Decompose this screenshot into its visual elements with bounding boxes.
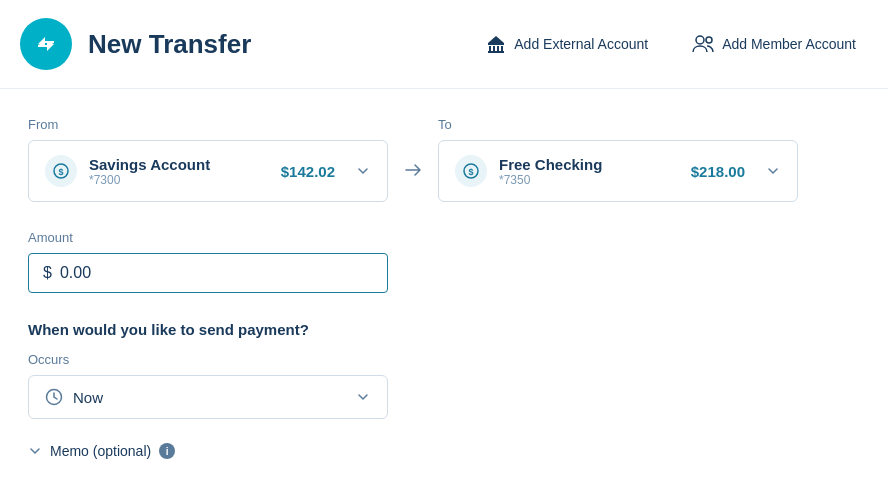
header-left: New Transfer (20, 18, 251, 70)
page-title: New Transfer (88, 29, 251, 60)
header-actions: Add External Account Add Member Account (478, 30, 864, 58)
memo-section[interactable]: Memo (optional) i (28, 443, 860, 459)
from-section: From $ Savings Account *7300 $142.02 (28, 117, 388, 202)
from-chevron-icon (355, 163, 371, 179)
to-chevron-icon (765, 163, 781, 179)
from-account-number: *7300 (89, 173, 269, 187)
to-account-number: *7350 (499, 173, 679, 187)
occurs-label: Occurs (28, 352, 860, 367)
to-account-balance: $218.00 (691, 163, 745, 180)
add-member-label: Add Member Account (722, 36, 856, 52)
from-account-info: Savings Account *7300 (89, 156, 269, 187)
svg-rect-4 (501, 46, 503, 51)
to-account-icon: $ (455, 155, 487, 187)
svg-point-8 (706, 37, 712, 43)
from-account-icon: $ (45, 155, 77, 187)
amount-input-wrap[interactable]: $ (28, 253, 388, 293)
from-account-name: Savings Account (89, 156, 269, 173)
add-external-account-button[interactable]: Add External Account (478, 30, 656, 58)
main-content: From $ Savings Account *7300 $142.02 (0, 89, 888, 487)
svg-rect-1 (489, 46, 491, 51)
memo-info-icon: i (159, 443, 175, 459)
page-header: New Transfer Add External Account Add Me (0, 0, 888, 89)
from-label: From (28, 117, 388, 132)
svg-text:$: $ (58, 167, 63, 177)
bank-icon (486, 34, 506, 54)
svg-rect-0 (488, 43, 504, 45)
svg-rect-5 (488, 51, 504, 53)
svg-text:$: $ (468, 167, 473, 177)
to-account-card[interactable]: $ Free Checking *7350 $218.00 (438, 140, 798, 202)
transfer-arrow (388, 138, 438, 182)
occurs-chevron-icon (355, 389, 371, 405)
amount-label: Amount (28, 230, 860, 245)
dollar-sign: $ (43, 264, 52, 282)
transfer-row: From $ Savings Account *7300 $142.02 (28, 117, 860, 202)
amount-input[interactable] (60, 264, 373, 282)
svg-rect-2 (493, 46, 495, 51)
svg-rect-3 (497, 46, 499, 51)
add-member-account-button[interactable]: Add Member Account (684, 31, 864, 57)
payment-section: When would you like to send payment? Occ… (28, 321, 860, 419)
add-external-label: Add External Account (514, 36, 648, 52)
clock-icon (45, 388, 63, 406)
to-account-info: Free Checking *7350 (499, 156, 679, 187)
from-account-balance: $142.02 (281, 163, 335, 180)
to-label: To (438, 117, 798, 132)
add-member-icon (692, 35, 714, 53)
svg-marker-6 (488, 36, 504, 43)
amount-section: Amount $ (28, 230, 860, 293)
memo-chevron-icon (28, 444, 42, 458)
to-section: To $ Free Checking *7350 $218.00 (438, 117, 798, 202)
from-account-card[interactable]: $ Savings Account *7300 $142.02 (28, 140, 388, 202)
to-account-name: Free Checking (499, 156, 679, 173)
occurs-value: Now (73, 389, 345, 406)
svg-point-7 (696, 36, 704, 44)
occurs-select[interactable]: Now (28, 375, 388, 419)
logo-icon (20, 18, 72, 70)
payment-question: When would you like to send payment? (28, 321, 860, 338)
memo-label: Memo (optional) (50, 443, 151, 459)
